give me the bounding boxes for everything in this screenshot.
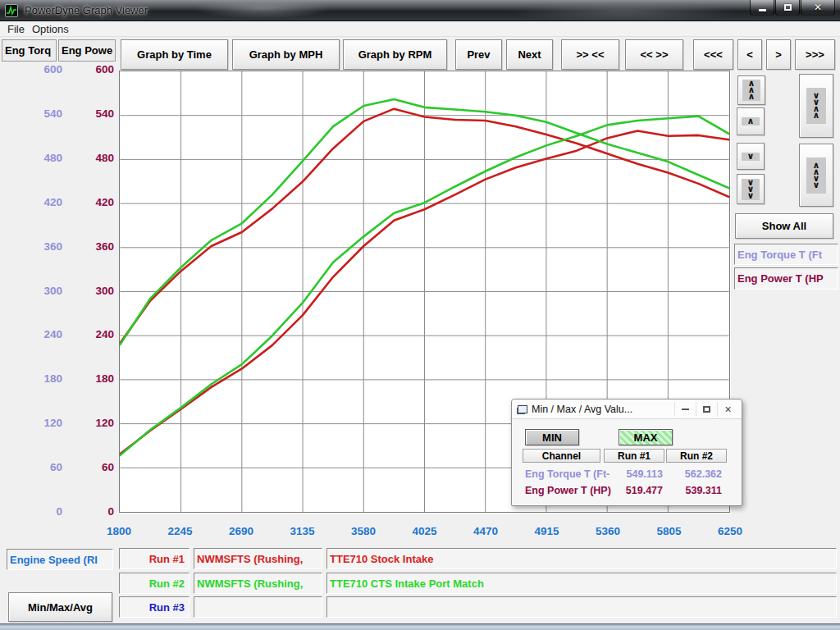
powerdyne-window: PowerDyne Graph Viewer ✕ File Options En… (0, 0, 840, 630)
y-tick-torque: 60 (26, 461, 62, 473)
x-tick: 3580 (337, 525, 390, 537)
minmax-row-run2-value: 562.362 (664, 468, 722, 480)
y-tick-torque: 360 (26, 240, 62, 253)
y-tick-power: 600 (78, 63, 114, 75)
minmax-restore-button[interactable] (696, 402, 717, 417)
scroll-up-fast-button[interactable]: ∧∧∧ (737, 75, 765, 105)
compress-y-scale-button[interactable]: ∨∨∧∧ (799, 74, 833, 138)
column-header-run1[interactable]: Run #1 (604, 449, 664, 463)
run-file: NWMSFTS (Rushing, (194, 578, 303, 590)
show-all-button[interactable]: Show All (735, 213, 833, 239)
run-desc-box-3[interactable] (326, 596, 837, 618)
minmax-row-run1-value: 519.477 (605, 485, 663, 496)
restore-button[interactable] (775, 0, 800, 16)
y-tick-torque: 300 (26, 285, 62, 297)
y-tick-torque: 540 (26, 107, 62, 120)
run-label: Run #1 (120, 553, 189, 565)
x-tick: 3135 (276, 525, 329, 537)
y-tick-torque: 420 (26, 196, 62, 208)
x-tick: 4470 (459, 525, 512, 537)
pan-right-button[interactable]: > (766, 39, 791, 70)
minmax-row-channel: Eng Torque T (Ft- (525, 468, 609, 480)
x-tick: 2690 (215, 525, 267, 537)
minmax-window-title: Min / Max / Avg Valu... (532, 404, 632, 415)
y-tick-torque: 600 (26, 63, 62, 75)
graph-by-mph-button[interactable]: Graph by MPH (232, 39, 340, 70)
torque-channel-box[interactable]: Eng Torque T (Ft (734, 244, 838, 265)
prev-button[interactable]: Prev (455, 39, 502, 70)
tab-eng-torque[interactable]: Eng Torq (2, 39, 57, 62)
power-channel-box[interactable]: Eng Power T (HP (734, 267, 838, 290)
tab-eng-power[interactable]: Eng Powe (58, 39, 116, 62)
y-tick-torque: 180 (26, 372, 62, 385)
x-tick: 1800 (93, 525, 145, 537)
pan-right-fast-button[interactable]: >>> (795, 39, 835, 70)
graph-by-time-button[interactable]: Graph by Time (121, 39, 228, 70)
y-tick-power: 180 (78, 372, 114, 385)
y-tick-power: 240 (78, 328, 114, 340)
menu-file[interactable]: File (7, 23, 25, 35)
run-label-box-2[interactable]: Run #2 (119, 573, 189, 594)
window-bottom-frame (0, 623, 840, 630)
minmax-window[interactable]: Min / Max / Avg Valu... × MIN MAX Channe… (511, 399, 742, 506)
min-button[interactable]: MIN (525, 429, 579, 445)
minmax-minimize-button[interactable] (674, 402, 696, 417)
run-label-box-1[interactable]: Run #1 (119, 548, 189, 569)
minmax-row-channel: Eng Power T (HP) (525, 485, 611, 496)
minmax-title-bar[interactable]: Min / Max / Avg Valu... × (512, 399, 742, 419)
column-header-channel[interactable]: Channel (523, 449, 600, 463)
run-desc: TTE710 CTS Intake Port Match (327, 578, 484, 590)
x-tick: 5805 (643, 525, 696, 537)
expand-y-scale-button[interactable]: ∧∧∨∨ (799, 144, 833, 207)
scroll-up-button[interactable]: ∧ (737, 107, 765, 135)
run-desc-box-2[interactable]: TTE710 CTS Intake Port Match (326, 573, 837, 594)
menu-bar: File Options (0, 21, 840, 37)
next-button[interactable]: Next (506, 39, 553, 70)
zoom-in-x-button[interactable]: >> << (561, 39, 619, 70)
app-icon (5, 4, 18, 17)
y-tick-torque: 0 (26, 505, 62, 518)
x-tick: 5360 (582, 525, 634, 537)
minimize-button[interactable] (750, 0, 774, 16)
y-tick-power: 0 (78, 505, 114, 518)
run-label-box-3[interactable]: Run #3 (119, 596, 189, 618)
pan-left-fast-button[interactable]: <<< (693, 39, 733, 70)
scroll-down-button[interactable]: ∨ (737, 143, 765, 170)
run-file-box-3[interactable] (194, 596, 322, 618)
y-tick-torque: 240 (26, 328, 62, 340)
minmaxavg-button[interactable]: Min/Max/Avg (8, 592, 112, 622)
scroll-down-fast-button[interactable]: ∨∨∨ (737, 174, 765, 204)
y-tick-power: 540 (78, 107, 114, 120)
x-tick: 4915 (521, 525, 573, 537)
x-tick: 4025 (399, 525, 451, 537)
graph-by-rpm-button[interactable]: Graph by RPM (343, 39, 447, 70)
y-tick-power: 120 (78, 417, 114, 429)
run-file-box-2[interactable]: NWMSFTS (Rushing, (194, 573, 322, 594)
y-tick-torque: 480 (26, 152, 62, 164)
pan-left-button[interactable]: < (737, 39, 762, 70)
minmax-close-button[interactable]: × (717, 402, 738, 417)
run-desc-box-1[interactable]: TTE710 Stock Intake (326, 548, 837, 569)
power-channel-label: Eng Power T (HP (737, 272, 824, 285)
y-tick-power: 360 (78, 240, 114, 253)
x-channel-label: Engine Speed (RI (7, 554, 98, 566)
run-file-box-1[interactable]: NWMSFTS (Rushing, (194, 548, 322, 569)
menu-options[interactable]: Options (32, 23, 69, 35)
run-label: Run #3 (120, 601, 189, 614)
y-tick-power: 60 (78, 461, 114, 473)
torque-channel-label: Eng Torque T (Ft (737, 249, 822, 261)
y-tick-power: 480 (78, 152, 114, 164)
max-button[interactable]: MAX (619, 429, 673, 445)
title-bar[interactable]: PowerDyne Graph Viewer ✕ (0, 0, 840, 21)
y-tick-power: 300 (78, 285, 114, 297)
run-desc: TTE710 Stock Intake (327, 553, 433, 565)
minmax-row-run1-value: 549.113 (605, 468, 663, 480)
minmax-row-run2-value: 539.311 (664, 485, 722, 496)
run-file: NWMSFTS (Rushing, (194, 553, 303, 565)
zoom-out-x-button[interactable]: << >> (625, 39, 683, 70)
x-channel-box[interactable]: Engine Speed (RI (7, 549, 113, 570)
close-button[interactable]: ✕ (801, 0, 835, 16)
column-header-run2[interactable]: Run #2 (666, 449, 727, 463)
y-tick-power: 420 (78, 196, 114, 208)
x-tick: 6250 (704, 525, 756, 537)
